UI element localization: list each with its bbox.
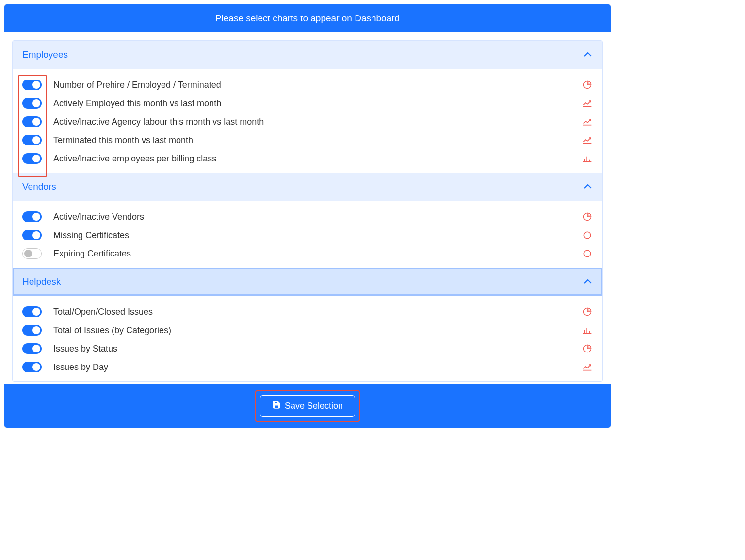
chart-option-row: Active/Inactive Vendors [22, 208, 593, 226]
chart-option-label: Terminated this month vs last month [53, 135, 570, 145]
section-title: Helpdesk [22, 276, 61, 287]
svg-rect-3 [275, 405, 278, 408]
chart-option-label: Active/Inactive Vendors [53, 212, 570, 222]
chart-option-row: Active/Inactive employees per billing cl… [22, 149, 593, 168]
chevron-up-icon [583, 183, 593, 190]
chart-option-label: Active/Inactive Agency labour this month… [53, 117, 570, 127]
rows-wrap: Active/Inactive VendorsMissing Certifica… [22, 208, 593, 263]
section-title: Employees [22, 49, 68, 60]
line-chart-icon [582, 363, 593, 371]
line-chart-icon [582, 99, 593, 108]
pie-chart-icon [582, 212, 593, 221]
chart-option-row: Actively Employed this month vs last mon… [22, 94, 593, 112]
chart-option-row: Total of Issues (by Categories) [22, 321, 593, 339]
chart-option-label: Actively Employed this month vs last mon… [53, 98, 570, 109]
save-icon [272, 400, 281, 412]
section-title: Vendors [22, 181, 56, 192]
chart-option-label: Expiring Certificates [53, 249, 570, 259]
chart-toggle[interactable] [22, 362, 42, 372]
chart-toggle[interactable] [22, 306, 42, 317]
sections-accordion: EmployeesNumber of Prehire / Employed / … [12, 40, 603, 382]
svg-rect-2 [275, 401, 277, 404]
section-header-helpdesk[interactable]: Helpdesk [13, 268, 602, 296]
panel-title: Please select charts to appear on Dashbo… [215, 13, 400, 23]
panel-body: EmployeesNumber of Prehire / Employed / … [4, 32, 611, 384]
chart-toggle[interactable] [22, 230, 42, 240]
chart-option-row: Issues by Status [22, 339, 593, 358]
section-body-vendors: Active/Inactive VendorsMissing Certifica… [13, 201, 602, 268]
chart-option-label: Active/Inactive employees per billing cl… [53, 154, 570, 164]
svg-point-0 [584, 232, 591, 239]
chart-option-row: Issues by Day [22, 358, 593, 376]
chart-toggle[interactable] [22, 325, 42, 336]
toggle-column-annotation [18, 75, 47, 177]
circle-chart-icon [582, 249, 593, 258]
pie-chart-icon [582, 80, 593, 89]
chart-toggle[interactable] [22, 248, 42, 259]
svg-point-1 [584, 250, 591, 257]
chart-option-label: Missing Certificates [53, 230, 570, 240]
dashboard-chart-selection-panel: Please select charts to appear on Dashbo… [4, 4, 611, 428]
rows-wrap: Number of Prehire / Employed / Terminate… [22, 76, 593, 168]
chevron-up-icon [583, 51, 593, 58]
chart-option-label: Total/Open/Closed Issues [53, 307, 570, 317]
section-header-employees[interactable]: Employees [13, 41, 602, 69]
pie-chart-icon [582, 344, 593, 353]
bar-chart-icon [582, 154, 593, 163]
chart-option-row: Expiring Certificates [22, 244, 593, 263]
chart-option-label: Total of Issues (by Categories) [53, 325, 570, 336]
pie-chart-icon [582, 307, 593, 316]
chart-option-row: Terminated this month vs last month [22, 131, 593, 149]
section-body-helpdesk: Total/Open/Closed IssuesTotal of Issues … [13, 296, 602, 381]
chart-option-label: Issues by Day [53, 362, 570, 372]
chart-toggle[interactable] [22, 211, 42, 222]
section-header-vendors[interactable]: Vendors [13, 173, 602, 201]
line-chart-icon [582, 117, 593, 126]
save-selection-button[interactable]: Save Selection [260, 395, 355, 417]
chart-option-row: Active/Inactive Agency labour this month… [22, 112, 593, 131]
chart-toggle[interactable] [22, 343, 42, 354]
line-chart-icon [582, 136, 593, 144]
chevron-up-icon [583, 278, 593, 285]
panel-header: Please select charts to appear on Dashbo… [4, 4, 611, 32]
chart-option-label: Issues by Status [53, 344, 570, 354]
chart-option-label: Number of Prehire / Employed / Terminate… [53, 80, 570, 90]
chart-option-row: Number of Prehire / Employed / Terminate… [22, 76, 593, 94]
panel-footer: Save Selection [4, 384, 611, 428]
chart-option-row: Missing Certificates [22, 226, 593, 244]
rows-wrap: Total/Open/Closed IssuesTotal of Issues … [22, 303, 593, 376]
section-body-employees: Number of Prehire / Employed / Terminate… [13, 69, 602, 173]
chart-option-row: Total/Open/Closed Issues [22, 303, 593, 321]
bar-chart-icon [582, 326, 593, 335]
circle-chart-icon [582, 231, 593, 240]
save-button-label: Save Selection [285, 401, 343, 411]
